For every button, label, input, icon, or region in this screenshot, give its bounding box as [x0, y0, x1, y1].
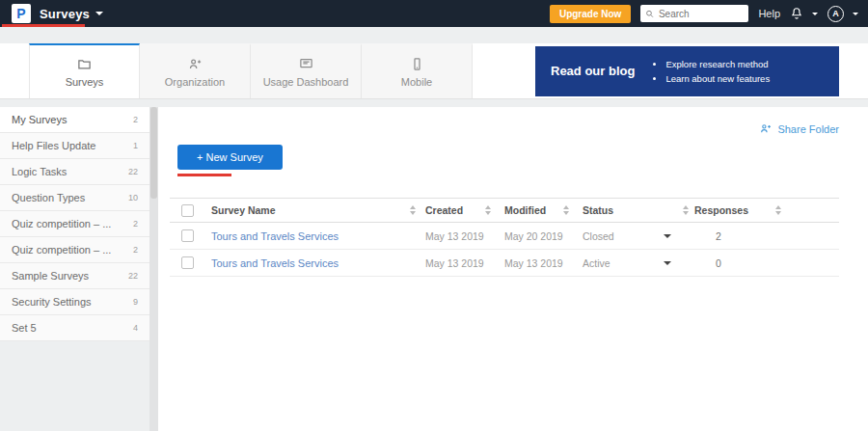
select-all-checkbox[interactable]: [181, 204, 194, 217]
sidebar-item-help-files-update[interactable]: Help Files Update 1: [0, 133, 149, 159]
sidebar-item-label: Security Settings: [12, 296, 92, 308]
status-dropdown-icon[interactable]: [664, 261, 671, 265]
header-label: Responses: [694, 204, 748, 216]
header-label: Modified: [504, 204, 546, 216]
header-label: Status: [583, 204, 613, 216]
status-value: Active: [583, 257, 610, 269]
sidebar-item-quiz-competition-1[interactable]: Quiz competition – ... 2: [0, 211, 149, 237]
sidebar-item-quiz-competition-2[interactable]: Quiz competition – ... 2: [0, 237, 149, 263]
sidebar-item-count: 9: [133, 297, 138, 307]
mobile-icon: [409, 57, 425, 71]
modified-date: May 20 2019: [504, 230, 563, 242]
sidebar-item-security-settings[interactable]: Security Settings 9: [0, 289, 149, 315]
upgrade-now-button[interactable]: Upgrade Now: [550, 5, 631, 23]
sidebar-item-set-5[interactable]: Set 5 4: [0, 315, 149, 341]
status-dropdown-icon[interactable]: [664, 234, 671, 238]
tab-band: Surveys Organization Usage Dashboard Mob…: [0, 43, 868, 99]
scrollbar-thumb[interactable]: [150, 107, 157, 199]
search-icon: [645, 9, 655, 19]
share-folder-label: Share Folder: [777, 123, 839, 135]
sort-icon[interactable]: [775, 205, 781, 215]
help-link[interactable]: Help: [758, 8, 780, 19]
chevron-down-icon[interactable]: [95, 12, 103, 15]
sort-icon[interactable]: [485, 205, 491, 215]
notifications[interactable]: [790, 7, 818, 20]
app-window: P Surveys Upgrade Now Help A: [0, 0, 868, 431]
sidebar-item-logic-tasks[interactable]: Logic Tasks 22: [0, 159, 149, 185]
created-date: May 13 2019: [425, 230, 484, 242]
people-icon: [187, 57, 203, 71]
blog-bullet: Learn about new features: [665, 73, 770, 84]
tabs: Surveys Organization Usage Dashboard Mob…: [29, 43, 473, 98]
blog-panel[interactable]: Read our blog Explore research method Le…: [535, 46, 839, 96]
sidebar-item-question-types[interactable]: Question Types 10: [0, 185, 149, 211]
search-box[interactable]: [640, 5, 748, 22]
tab-mobile[interactable]: Mobile: [362, 43, 473, 98]
blog-bullet: Explore research method: [665, 59, 770, 69]
tab-usage-dashboard[interactable]: Usage Dashboard: [251, 43, 362, 98]
account-menu[interactable]: A: [827, 6, 858, 22]
chevron-down-icon: [812, 13, 818, 15]
sidebar-item-label: Help Files Update: [12, 140, 95, 151]
survey-name-link[interactable]: Tours and Travels Services: [211, 257, 339, 269]
sidebar-item-label: My Surveys: [12, 114, 67, 125]
created-date: May 13 2019: [425, 257, 484, 269]
sort-icon[interactable]: [683, 205, 689, 215]
header-created[interactable]: Created: [425, 204, 491, 216]
dashboard-icon: [298, 57, 314, 71]
tab-label: Surveys: [66, 76, 104, 88]
sidebar-item-label: Logic Tasks: [12, 166, 67, 177]
chevron-down-icon: [853, 13, 858, 15]
app-title: Surveys: [40, 7, 90, 21]
sidebar-item-count: 22: [128, 167, 138, 176]
annotation-underline: [2, 24, 85, 27]
sidebar-item-count: 4: [133, 323, 138, 333]
new-survey-button[interactable]: + New Survey: [177, 145, 283, 170]
share-folder-icon: [759, 122, 773, 135]
row-checkbox[interactable]: [181, 256, 194, 269]
sort-icon[interactable]: [563, 205, 569, 215]
sidebar: My Surveys 2 Help Files Update 1 Logic T…: [0, 107, 149, 431]
tab-label: Mobile: [401, 76, 432, 88]
tab-surveys[interactable]: Surveys: [29, 43, 140, 98]
blog-bullets: Explore research method Learn about new …: [652, 59, 770, 84]
topbar: P Surveys Upgrade Now Help A: [0, 0, 868, 27]
responses-count: 0: [694, 257, 721, 269]
survey-name-link[interactable]: Tours and Travels Services: [211, 230, 339, 242]
sidebar-item-sample-surveys[interactable]: Sample Surveys 22: [0, 263, 149, 289]
share-folder[interactable]: Share Folder: [170, 122, 839, 135]
header-status[interactable]: Status: [583, 204, 689, 216]
main-content: Share Folder + New Survey Survey Name Cr…: [158, 107, 868, 431]
surveys-table: Survey Name Created Modified Status: [170, 198, 839, 277]
sidebar-item-label: Question Types: [12, 192, 85, 203]
sort-icon[interactable]: [410, 205, 416, 215]
status-value: Closed: [583, 230, 614, 242]
topbar-right: Upgrade Now Help A: [550, 5, 858, 23]
logo-letter: P: [16, 6, 25, 21]
folder-icon: [76, 57, 93, 71]
blog-title: Read our blog: [551, 64, 635, 78]
sidebar-item-count: 2: [133, 115, 138, 124]
avatar: A: [827, 6, 844, 22]
sidebar-item-label: Quiz competition – ...: [12, 218, 111, 229]
tab-organization[interactable]: Organization: [140, 43, 251, 98]
tab-label: Usage Dashboard: [263, 76, 349, 88]
sidebar-scrollbar[interactable]: [149, 107, 158, 431]
sidebar-item-count: 2: [133, 219, 138, 229]
table-row: Tours and Travels Services May 13 2019 M…: [170, 223, 839, 250]
bell-icon: [790, 7, 803, 20]
sidebar-item-count: 2: [133, 245, 138, 255]
app-logo[interactable]: P: [12, 4, 31, 23]
modified-date: May 13 2019: [504, 257, 563, 269]
row-checkbox[interactable]: [181, 229, 194, 242]
header-survey-name[interactable]: Survey Name: [211, 204, 425, 216]
responses-count: 2: [694, 230, 721, 242]
sidebar-item-count: 22: [128, 271, 138, 281]
search-input[interactable]: [659, 9, 744, 19]
header-label: Survey Name: [211, 204, 276, 216]
header-responses[interactable]: Responses: [694, 204, 781, 216]
sidebar-item-label: Sample Surveys: [12, 270, 89, 282]
sidebar-item-my-surveys[interactable]: My Surveys 2: [0, 107, 149, 133]
header-label: Created: [425, 204, 463, 216]
header-modified[interactable]: Modified: [504, 204, 569, 216]
